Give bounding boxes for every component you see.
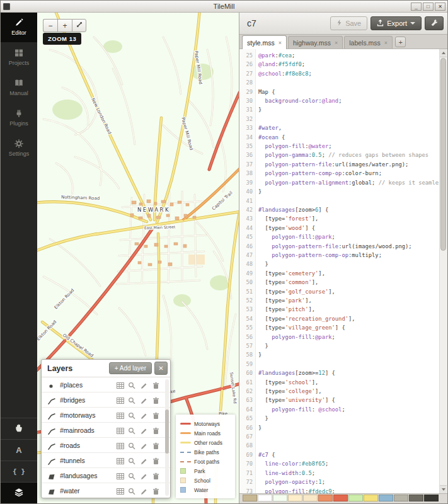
code-line[interactable]: #landusages[zoom>6] { [258, 205, 439, 214]
features-table-icon[interactable] [116, 426, 125, 434]
project-settings-button[interactable] [425, 16, 444, 30]
tab-highway-mss[interactable]: highway.mss × [288, 36, 343, 49]
code-line[interactable]: [type='cemetery'], [258, 269, 439, 278]
layer-row[interactable]: #bridges [42, 392, 170, 407]
add-layer-button[interactable]: + Add layer [109, 362, 152, 374]
code-line[interactable]: polygon-opacity:1; [258, 478, 439, 486]
layer-row[interactable]: #water [42, 483, 170, 498]
code-line[interactable]: } [258, 105, 439, 114]
code-line[interactable]: #ocean { [258, 133, 439, 142]
zoom-in-button[interactable]: + [57, 19, 72, 32]
layers-panel-close-button[interactable]: ✕ [154, 362, 168, 375]
tab-close-icon[interactable]: × [384, 40, 388, 46]
palette-swatch[interactable] [273, 495, 287, 501]
palette-swatch[interactable] [258, 495, 272, 501]
features-table-icon[interactable] [116, 486, 125, 495]
code-line[interactable]: [type='village_green'] { [258, 323, 439, 332]
code-line[interactable]: @park:#cea; [258, 51, 439, 60]
layer-row[interactable]: #motorways [42, 407, 170, 422]
delete-layer-icon[interactable] [152, 456, 161, 464]
sidebar-item-settings[interactable]: Settings [1, 133, 37, 163]
zoom-out-button[interactable]: − [43, 19, 57, 32]
code-line[interactable] [258, 197, 439, 205]
code-line[interactable]: polygon-pattern-file:url(images/wood.png… [258, 242, 439, 251]
features-table-icon[interactable] [116, 441, 125, 449]
layer-row[interactable]: #tunnels [42, 452, 170, 467]
code-line[interactable]: } [258, 341, 439, 350]
code-line[interactable] [258, 441, 439, 450]
code-line[interactable]: [type='school'], [258, 378, 439, 387]
code-line[interactable]: polygon-pattern-alignment:global; // kee… [258, 178, 439, 187]
inspect-layer-icon[interactable] [128, 396, 137, 404]
scrollbar-thumb[interactable] [440, 58, 446, 251]
code-line[interactable]: [type='forest'], [258, 214, 439, 223]
palette-swatch[interactable] [333, 495, 348, 501]
tab-labels-mss[interactable]: labels.mss × [344, 36, 393, 49]
edit-layer-icon[interactable] [140, 396, 149, 404]
palette-swatch[interactable] [424, 495, 439, 501]
edit-layer-icon[interactable] [140, 411, 149, 419]
code-line[interactable] [258, 115, 439, 123]
code-line[interactable]: @land:#f5fdf0; [258, 60, 439, 69]
add-tab-button[interactable]: + [395, 37, 406, 47]
palette-swatch[interactable] [288, 495, 302, 501]
code-line[interactable]: polygon-fill:@park; [258, 232, 439, 241]
inspect-layer-icon[interactable] [128, 381, 137, 389]
inspect-layer-icon[interactable] [128, 426, 137, 434]
edit-layer-icon[interactable] [140, 426, 149, 434]
code-line[interactable]: polygon-pattern-comp-op:color-burn; [258, 169, 439, 178]
fullscreen-button[interactable] [72, 19, 86, 32]
features-table-icon[interactable] [116, 411, 125, 419]
code-line[interactable]: line-color:#eb8f65; [258, 459, 439, 468]
save-button[interactable]: Save [330, 16, 367, 30]
inspect-layer-icon[interactable] [128, 471, 137, 479]
delete-layer-icon[interactable] [152, 486, 161, 495]
code-line[interactable]: [type='golf_course'], [258, 287, 439, 296]
code-lines[interactable]: @park:#cea;@land:#f5fdf0;@school:#f8e8c8… [256, 49, 439, 493]
code-line[interactable]: #water, [258, 123, 439, 132]
code-line[interactable]: [type='wood'] { [258, 224, 439, 232]
layer-row[interactable]: #roads [42, 437, 170, 452]
delete-layer-icon[interactable] [152, 411, 161, 419]
code-line[interactable]: background-color:@land; [258, 96, 439, 105]
features-table-icon[interactable] [116, 381, 125, 389]
palette-swatch[interactable] [379, 495, 393, 501]
code-line[interactable]: [type='pitch'], [258, 305, 439, 314]
code-line[interactable]: } [258, 423, 439, 432]
code-line[interactable]: polygon-pattern-comp-op:multiply; [258, 251, 439, 260]
sidebar-item-projects[interactable]: Projects [1, 42, 37, 72]
palette-swatch[interactable] [364, 495, 378, 501]
sidebar-item-plugins[interactable]: Plugins [1, 103, 37, 133]
sidebar-item-manual[interactable]: Manual [1, 72, 37, 103]
code-line[interactable]: #landusages[zoom>=12] { [258, 369, 439, 377]
scroll-up-icon[interactable] [440, 49, 447, 57]
code-line[interactable]: } [258, 187, 439, 196]
delete-layer-icon[interactable] [152, 381, 161, 389]
code-line[interactable]: #c7 { [258, 450, 439, 459]
delete-layer-icon[interactable] [152, 441, 161, 449]
code-line[interactable]: [type='university'] { [258, 396, 439, 404]
code-line[interactable]: [type='common'], [258, 278, 439, 287]
inspect-layer-icon[interactable] [128, 411, 137, 419]
delete-layer-icon[interactable] [152, 396, 161, 404]
code-line[interactable]: polygon-gamma:0.5; // reduces gaps betwe… [258, 151, 439, 159]
tab-close-icon[interactable]: × [335, 40, 338, 46]
features-table-icon[interactable] [116, 471, 125, 479]
code-line[interactable]: } [258, 414, 439, 423]
code-line[interactable]: polygon-fill: @school; [258, 405, 439, 414]
palette-swatch[interactable] [318, 495, 333, 501]
tab-close-icon[interactable]: × [279, 40, 282, 46]
code-line[interactable] [258, 360, 439, 369]
layers-tool-button[interactable] [1, 482, 37, 503]
features-table-icon[interactable] [116, 456, 125, 464]
delete-layer-icon[interactable] [152, 426, 161, 434]
inspect-layer-icon[interactable] [128, 441, 137, 449]
layer-row[interactable]: #places [42, 377, 170, 392]
code-line[interactable]: polygon-fill:@park; [258, 333, 439, 341]
export-button[interactable]: Export [370, 16, 422, 30]
features-table-icon[interactable] [116, 396, 125, 404]
code-line[interactable]: } [258, 350, 439, 359]
edit-layer-icon[interactable] [140, 456, 149, 464]
code-editor[interactable]: 2526272829303132333435363738394041424344… [239, 49, 447, 493]
code-line[interactable]: polygon-fill:#fdedc9; [258, 487, 439, 494]
